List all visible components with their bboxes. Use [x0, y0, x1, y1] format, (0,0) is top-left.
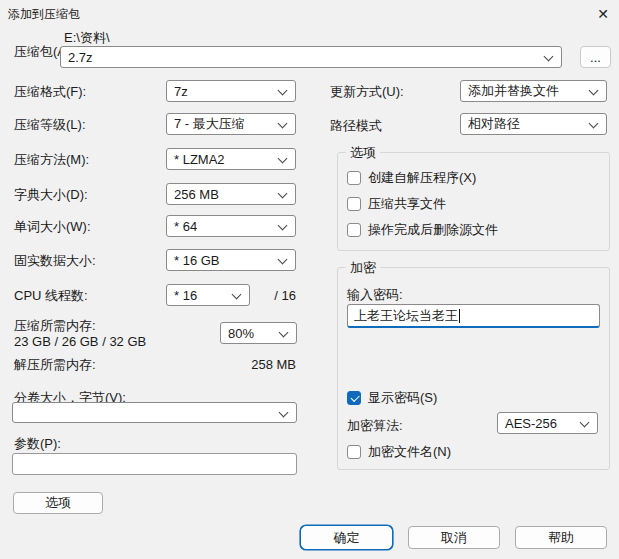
checkbox-box[interactable] [347, 223, 361, 237]
chevron-down-icon [232, 290, 242, 300]
solid-block-size-select[interactable]: * 16 GB [166, 249, 296, 271]
archive-path: E:\资料\ [64, 30, 110, 45]
text-caret [459, 309, 460, 323]
chevron-down-icon [279, 408, 289, 418]
help-button[interactable]: 帮助 [515, 526, 607, 549]
checkbox-delete-after[interactable]: 操作完成后删除源文件 [347, 222, 498, 238]
ok-button[interactable]: 确定 [301, 526, 392, 549]
encryption-method-select[interactable]: AES-256 [497, 412, 598, 434]
checkbox-box[interactable] [347, 445, 361, 459]
mem-compress-label: 压缩所需内存: [14, 318, 96, 333]
path-mode-select[interactable]: 相对路径 [460, 113, 607, 135]
format-select[interactable]: 7z [166, 80, 296, 102]
solid-block-size-value: * 16 GB [174, 253, 220, 268]
chevron-down-icon [278, 154, 288, 164]
checkbox-compress-shared[interactable]: 压缩共享文件 [347, 196, 446, 212]
chevron-down-icon [278, 189, 288, 199]
window-title: 添加到压缩包 [8, 6, 80, 23]
threads-label: CPU 线程数: [14, 288, 88, 303]
chevron-down-icon [278, 119, 288, 129]
chevron-down-icon [589, 119, 599, 129]
word-label: 单词大小(W): [14, 219, 91, 234]
update-mode-value: 添加并替换文件 [468, 82, 559, 100]
password-label: 输入密码: [347, 287, 403, 302]
help-button-label: 帮助 [548, 529, 574, 547]
checkbox-create-sfx[interactable]: 创建自解压程序(X) [347, 170, 476, 186]
dict-label: 字典大小(D): [14, 187, 88, 202]
update-mode-select[interactable]: 添加并替换文件 [460, 80, 607, 102]
method-label: 压缩方法(M): [14, 152, 89, 167]
encryption-method-label: 加密算法: [347, 418, 403, 433]
password-input[interactable]: 上老王论坛当老王 [347, 304, 600, 328]
cpu-threads-select[interactable]: * 16 [166, 284, 250, 306]
cancel-button-label: 取消 [441, 529, 467, 547]
word-size-value: * 64 [174, 219, 197, 234]
checkbox-label: 创建自解压程序(X) [368, 169, 476, 187]
parameters-input[interactable] [12, 453, 297, 475]
format-label: 压缩格式(F): [14, 84, 86, 99]
password-value: 上老王论坛当老王 [354, 307, 458, 325]
cancel-button[interactable]: 取消 [408, 526, 500, 549]
memory-usage-value: 80% [228, 326, 254, 341]
level-value: 7 - 最大压缩 [174, 115, 245, 133]
options-button[interactable]: 选项 [13, 492, 103, 514]
chevron-down-icon [279, 328, 289, 338]
level-select[interactable]: 7 - 最大压缩 [166, 113, 296, 135]
method-select[interactable]: * LZMA2 [166, 148, 296, 170]
mem-decompress-label: 解压所需内存: [14, 357, 96, 372]
checkbox-label: 压缩共享文件 [368, 195, 446, 213]
chevron-down-icon [580, 418, 590, 428]
chevron-down-icon [278, 221, 288, 231]
browse-ellipsis-icon: ... [590, 50, 601, 65]
checkbox-box[interactable] [347, 391, 361, 405]
format-value: 7z [174, 84, 188, 99]
path-mode-label: 路径模式 [330, 118, 382, 133]
dictionary-size-value: 256 MB [174, 187, 219, 202]
checkbox-label: 操作完成后删除源文件 [368, 221, 498, 239]
checkbox-box[interactable] [347, 197, 361, 211]
archive-name-value: 2.7z [68, 50, 93, 65]
cpu-threads-max: / 16 [246, 288, 296, 303]
chevron-down-icon [278, 255, 288, 265]
mem-compress-detail: 23 GB / 26 GB / 32 GB [14, 334, 146, 349]
mem-decompress-value: 258 MB [226, 357, 296, 372]
encryption-method-value: AES-256 [505, 416, 557, 431]
checkbox-show-password[interactable]: 显示密码(S) [347, 390, 437, 406]
method-value: * LZMA2 [174, 152, 225, 167]
archive-name-combobox[interactable]: 2.7z [60, 46, 562, 68]
cpu-threads-value: * 16 [174, 288, 197, 303]
dictionary-size-select[interactable]: 256 MB [166, 183, 296, 205]
checkbox-encrypt-filenames[interactable]: 加密文件名(N) [347, 444, 451, 460]
path-mode-value: 相对路径 [468, 115, 520, 133]
close-icon: ✕ [597, 6, 609, 22]
encryption-group-title: 加密 [346, 260, 380, 275]
update-mode-label: 更新方式(U): [330, 84, 404, 99]
solid-label: 固实数据大小: [14, 253, 96, 268]
chevron-down-icon [544, 52, 554, 62]
memory-usage-select[interactable]: 80% [220, 322, 297, 344]
chevron-down-icon [589, 86, 599, 96]
close-button[interactable]: ✕ [592, 4, 614, 24]
chevron-down-icon [278, 86, 288, 96]
browse-button[interactable]: ... [580, 46, 611, 68]
level-label: 压缩等级(L): [14, 117, 86, 132]
ok-button-label: 确定 [334, 529, 360, 547]
split-volume-combobox[interactable] [12, 402, 297, 423]
params-label: 参数(P): [14, 436, 61, 451]
options-button-label: 选项 [45, 494, 71, 512]
word-size-select[interactable]: * 64 [166, 215, 296, 237]
checkbox-box[interactable] [347, 171, 361, 185]
checkbox-label: 显示密码(S) [368, 389, 437, 407]
checkbox-label: 加密文件名(N) [368, 443, 451, 461]
options-group-title: 选项 [346, 145, 380, 160]
